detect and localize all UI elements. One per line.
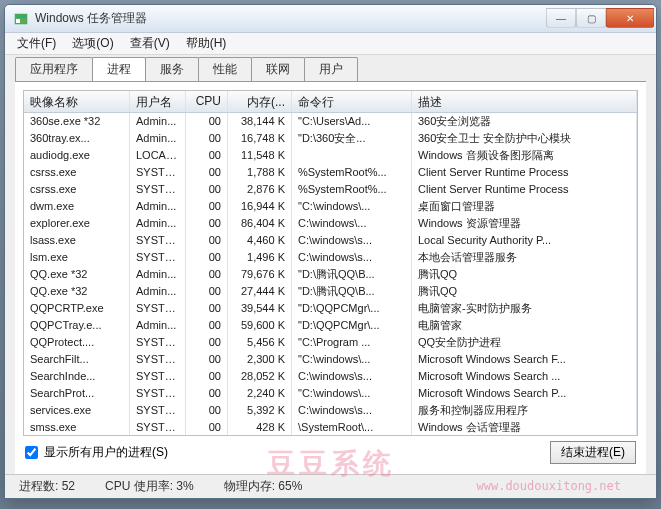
col-cpu[interactable]: CPU	[186, 91, 228, 112]
app-icon	[13, 11, 29, 27]
cell-desc: 360安全浏览器	[412, 113, 637, 130]
cell-cmd: %SystemRoot%...	[292, 164, 412, 181]
cell-desc: 服务和控制器应用程序	[412, 402, 637, 419]
cell-desc: 电脑管家-实时防护服务	[412, 300, 637, 317]
table-row[interactable]: SearchFilt...SYSTEM002,300 K"C:\windows\…	[24, 351, 637, 368]
cell-mem: 5,392 K	[228, 402, 292, 419]
table-row[interactable]: audiodg.exeLOCAL...0011,548 KWindows 音频设…	[24, 147, 637, 164]
cell-user: SYSTEM	[130, 368, 186, 385]
cell-image: SearchProt...	[24, 385, 130, 402]
menu-options[interactable]: 选项(O)	[64, 33, 121, 54]
table-row[interactable]: QQPCRTP.exeSYSTEM0039,544 K"D:\QQPCMgr\.…	[24, 300, 637, 317]
tab-users[interactable]: 用户	[304, 57, 358, 81]
cell-cpu: 00	[186, 113, 228, 130]
cell-image: 360se.exe *32	[24, 113, 130, 130]
cell-mem: 428 K	[228, 419, 292, 435]
cell-user: Admin...	[130, 266, 186, 283]
tab-performance[interactable]: 性能	[198, 57, 252, 81]
cell-image: QQPCRTP.exe	[24, 300, 130, 317]
footer-row: 显示所有用户的进程(S) 结束进程(E)	[23, 436, 638, 466]
cell-cmd: "C:\windows\...	[292, 385, 412, 402]
list-body[interactable]: 360se.exe *32Admin...0038,144 K"C:\Users…	[24, 113, 637, 435]
col-image-name[interactable]: 映像名称	[24, 91, 130, 112]
cell-image: csrss.exe	[24, 164, 130, 181]
cell-desc: 本地会话管理器服务	[412, 249, 637, 266]
cell-desc: Microsoft Windows Search F...	[412, 351, 637, 368]
cell-user: Admin...	[130, 283, 186, 300]
menu-file[interactable]: 文件(F)	[9, 33, 64, 54]
tab-strip: 应用程序 进程 服务 性能 联网 用户	[5, 55, 656, 81]
table-row[interactable]: SearchProt...SYSTEM002,240 K"C:\windows\…	[24, 385, 637, 402]
list-header: 映像名称 用户名 CPU 内存(... 命令行 描述	[24, 91, 637, 113]
table-row[interactable]: lsass.exeSYSTEM004,460 KC:\windows\s...L…	[24, 232, 637, 249]
cell-image: 360tray.ex...	[24, 130, 130, 147]
cell-mem: 39,544 K	[228, 300, 292, 317]
status-processes: 进程数: 52	[19, 478, 105, 495]
table-row[interactable]: csrss.exeSYSTEM002,876 K%SystemRoot%...C…	[24, 181, 637, 198]
table-row[interactable]: dwm.exeAdmin...0016,944 K"C:\windows\...…	[24, 198, 637, 215]
cell-mem: 38,144 K	[228, 113, 292, 130]
cell-user: Admin...	[130, 130, 186, 147]
cell-cpu: 00	[186, 130, 228, 147]
menu-view[interactable]: 查看(V)	[122, 33, 178, 54]
menu-help[interactable]: 帮助(H)	[178, 33, 235, 54]
col-description[interactable]: 描述	[412, 91, 637, 112]
cell-cpu: 00	[186, 300, 228, 317]
cell-desc: Windows 会话管理器	[412, 419, 637, 435]
cell-user: SYSTEM	[130, 300, 186, 317]
maximize-button[interactable]: ▢	[576, 8, 606, 28]
cell-image: QQ.exe *32	[24, 266, 130, 283]
cell-mem: 1,788 K	[228, 164, 292, 181]
cell-image: lsm.exe	[24, 249, 130, 266]
tab-processes[interactable]: 进程	[92, 57, 146, 81]
cell-cpu: 00	[186, 232, 228, 249]
cell-user: Admin...	[130, 215, 186, 232]
cell-user: LOCAL...	[130, 147, 186, 164]
cell-image: QQ.exe *32	[24, 283, 130, 300]
tab-networking[interactable]: 联网	[251, 57, 305, 81]
cell-desc: Client Server Runtime Process	[412, 181, 637, 198]
titlebar[interactable]: Windows 任务管理器 — ▢ ✕	[5, 5, 656, 33]
cell-image: audiodg.exe	[24, 147, 130, 164]
cell-mem: 11,548 K	[228, 147, 292, 164]
cell-image: smss.exe	[24, 419, 130, 435]
table-row[interactable]: QQPCTray.e...Admin...0059,600 K"D:\QQPCM…	[24, 317, 637, 334]
process-list[interactable]: 映像名称 用户名 CPU 内存(... 命令行 描述 360se.exe *32…	[23, 90, 638, 436]
cell-user: Admin...	[130, 113, 186, 130]
end-process-button[interactable]: 结束进程(E)	[550, 441, 636, 464]
cell-image: dwm.exe	[24, 198, 130, 215]
table-row[interactable]: QQProtect....SYSTEM005,456 K"C:\Program …	[24, 334, 637, 351]
tab-applications[interactable]: 应用程序	[15, 57, 93, 81]
cell-cmd: C:\windows\s...	[292, 232, 412, 249]
table-row[interactable]: csrss.exeSYSTEM001,788 K%SystemRoot%...C…	[24, 164, 637, 181]
cell-cmd: C:\windows\s...	[292, 368, 412, 385]
cell-user: SYSTEM	[130, 351, 186, 368]
show-all-users-checkbox[interactable]	[25, 446, 38, 459]
minimize-button[interactable]: —	[546, 8, 576, 28]
cell-cmd: "D:\QQPCMgr\...	[292, 317, 412, 334]
close-button[interactable]: ✕	[606, 8, 654, 28]
cell-cpu: 00	[186, 164, 228, 181]
table-row[interactable]: QQ.exe *32Admin...0027,444 K"D:\腾讯QQ\B..…	[24, 283, 637, 300]
col-user[interactable]: 用户名	[130, 91, 186, 112]
cell-cmd: "C:\windows\...	[292, 351, 412, 368]
cell-desc: Client Server Runtime Process	[412, 164, 637, 181]
col-command[interactable]: 命令行	[292, 91, 412, 112]
col-memory[interactable]: 内存(...	[228, 91, 292, 112]
table-row[interactable]: lsm.exeSYSTEM001,496 KC:\windows\s...本地会…	[24, 249, 637, 266]
cell-cpu: 00	[186, 283, 228, 300]
cell-cpu: 00	[186, 419, 228, 435]
table-row[interactable]: services.exeSYSTEM005,392 KC:\windows\s.…	[24, 402, 637, 419]
table-row[interactable]: explorer.exeAdmin...0086,404 KC:\windows…	[24, 215, 637, 232]
table-row[interactable]: smss.exeSYSTEM00428 K\SystemRoot\...Wind…	[24, 419, 637, 435]
cell-cpu: 00	[186, 385, 228, 402]
table-row[interactable]: QQ.exe *32Admin...0079,676 K"D:\腾讯QQ\B..…	[24, 266, 637, 283]
cell-cmd: "C:\Users\Ad...	[292, 113, 412, 130]
tab-services[interactable]: 服务	[145, 57, 199, 81]
cell-user: SYSTEM	[130, 419, 186, 435]
cell-desc: 腾讯QQ	[412, 283, 637, 300]
table-row[interactable]: 360tray.ex...Admin...0016,748 K"D:\360安全…	[24, 130, 637, 147]
table-row[interactable]: SearchInde...SYSTEM0028,052 KC:\windows\…	[24, 368, 637, 385]
table-row[interactable]: 360se.exe *32Admin...0038,144 K"C:\Users…	[24, 113, 637, 130]
cell-user: SYSTEM	[130, 385, 186, 402]
